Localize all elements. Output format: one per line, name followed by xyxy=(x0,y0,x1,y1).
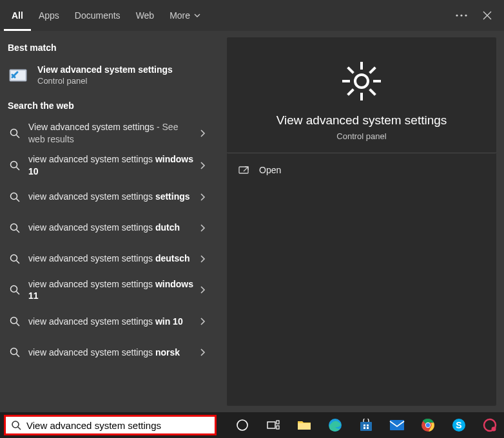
svg-point-16 xyxy=(237,420,247,430)
preview-subtitle: Control panel xyxy=(336,131,386,141)
search-icon xyxy=(8,160,22,171)
chevron-right-icon[interactable] xyxy=(193,317,211,326)
preview-title: View advanced system settings xyxy=(276,113,447,128)
svg-rect-23 xyxy=(363,424,365,426)
svg-point-7 xyxy=(11,193,17,199)
search-web-heading: Search the web xyxy=(8,100,211,111)
chevron-right-icon[interactable] xyxy=(193,224,211,233)
web-result-item[interactable]: view advanced system settings settings xyxy=(5,182,214,213)
search-icon xyxy=(8,223,22,233)
svg-point-1 xyxy=(460,14,462,16)
open-icon xyxy=(238,166,251,175)
web-result-item[interactable]: view advanced system settings windows 10 xyxy=(5,149,214,182)
web-result-text: view advanced system settings deutsch xyxy=(28,252,193,265)
svg-point-5 xyxy=(11,129,17,135)
chevron-right-icon[interactable] xyxy=(193,348,211,357)
svg-rect-25 xyxy=(363,427,365,429)
open-action[interactable]: Open xyxy=(227,158,496,182)
tab-label: More xyxy=(170,10,190,21)
web-result-text: view advanced system settings dutch xyxy=(28,222,193,234)
search-tabs: All Apps Documents Web More xyxy=(0,0,504,31)
file-explorer-icon[interactable] xyxy=(290,412,318,438)
preview-column: View advanced system settings Control pa… xyxy=(219,31,504,412)
best-match-subtitle: Control panel xyxy=(37,76,173,86)
chevron-right-icon[interactable] xyxy=(193,129,211,138)
svg-rect-20 xyxy=(298,423,311,430)
web-result-item[interactable]: View advanced system settings - See web … xyxy=(5,117,214,149)
web-result-text: view advanced system settings windows 11 xyxy=(28,278,193,303)
edge-icon[interactable] xyxy=(321,412,349,438)
best-match-result[interactable]: View advanced system settings Control pa… xyxy=(5,59,214,90)
tab-label: All xyxy=(12,10,23,21)
results-column: Best match View advanced system settings… xyxy=(0,31,219,412)
svg-point-0 xyxy=(456,14,458,16)
web-result-text: view advanced system settings win 10 xyxy=(28,316,193,328)
best-match-heading: Best match xyxy=(8,43,211,53)
web-result-text: View advanced system settings - See web … xyxy=(28,121,193,146)
snip-icon[interactable] xyxy=(476,412,504,438)
close-button[interactable] xyxy=(474,3,500,28)
svg-rect-18 xyxy=(276,421,279,424)
svg-point-13 xyxy=(355,75,368,88)
web-result-text: view advanced system settings norsk xyxy=(28,347,193,359)
tab-label: Documents xyxy=(75,10,121,21)
svg-text:S: S xyxy=(456,420,461,430)
chevron-right-icon[interactable] xyxy=(193,161,211,170)
web-result-item[interactable]: view advanced system settings win 10 xyxy=(5,306,214,337)
taskbar: S xyxy=(0,412,504,438)
system-settings-icon xyxy=(8,63,31,86)
search-icon xyxy=(8,128,22,138)
more-options-button[interactable] xyxy=(449,3,474,28)
taskbar-search-box[interactable] xyxy=(4,415,217,435)
open-label: Open xyxy=(259,165,281,175)
preview-card: View advanced system settings Control pa… xyxy=(227,37,496,153)
tab-apps[interactable]: Apps xyxy=(31,0,67,31)
svg-point-12 xyxy=(11,348,17,355)
svg-point-8 xyxy=(11,224,17,230)
svg-point-30 xyxy=(426,423,430,427)
chevron-down-icon xyxy=(194,12,200,19)
store-icon[interactable] xyxy=(352,412,380,438)
preview-actions: Open xyxy=(227,153,496,406)
task-view-icon[interactable] xyxy=(259,412,287,438)
web-result-text: view advanced system settings windows 10 xyxy=(28,153,193,178)
taskbar-icons: S xyxy=(228,412,504,438)
mail-icon[interactable] xyxy=(383,412,411,438)
svg-point-11 xyxy=(11,318,17,324)
chevron-right-icon[interactable] xyxy=(193,254,211,263)
web-result-item[interactable]: view advanced system settings deutsch xyxy=(5,243,214,274)
search-icon xyxy=(8,192,22,202)
tab-more[interactable]: More xyxy=(162,0,208,31)
web-result-item[interactable]: view advanced system settings norsk xyxy=(5,337,214,368)
chevron-right-icon[interactable] xyxy=(193,285,211,294)
tab-label: Web xyxy=(136,10,155,21)
tab-documents[interactable]: Documents xyxy=(67,0,128,31)
svg-rect-17 xyxy=(267,422,275,428)
gear-icon xyxy=(341,61,382,102)
search-icon xyxy=(8,316,22,327)
svg-point-2 xyxy=(465,14,467,16)
tab-all[interactable]: All xyxy=(4,0,31,31)
search-icon xyxy=(8,285,22,295)
tab-web[interactable]: Web xyxy=(128,0,162,31)
svg-point-6 xyxy=(11,161,17,167)
svg-rect-22 xyxy=(360,422,372,431)
svg-point-10 xyxy=(11,286,17,292)
web-result-item[interactable]: view advanced system settings windows 11 xyxy=(5,274,214,307)
best-match-title: View advanced system settings xyxy=(37,64,173,75)
tab-label: Apps xyxy=(39,10,59,21)
skype-icon[interactable]: S xyxy=(445,412,473,438)
svg-point-9 xyxy=(11,254,17,261)
cortana-icon[interactable] xyxy=(228,412,257,438)
search-input[interactable] xyxy=(26,420,209,431)
web-result-text: view advanced system settings settings xyxy=(28,191,193,203)
search-icon xyxy=(8,254,22,264)
svg-rect-27 xyxy=(390,420,404,430)
svg-point-34 xyxy=(492,427,496,432)
chrome-icon[interactable] xyxy=(414,412,442,438)
svg-point-15 xyxy=(12,421,19,428)
search-icon xyxy=(11,420,21,430)
web-result-item[interactable]: view advanced system settings dutch xyxy=(5,213,214,243)
chevron-right-icon[interactable] xyxy=(193,193,211,202)
windows-search-panel: All Apps Documents Web More Best match xyxy=(0,0,504,412)
